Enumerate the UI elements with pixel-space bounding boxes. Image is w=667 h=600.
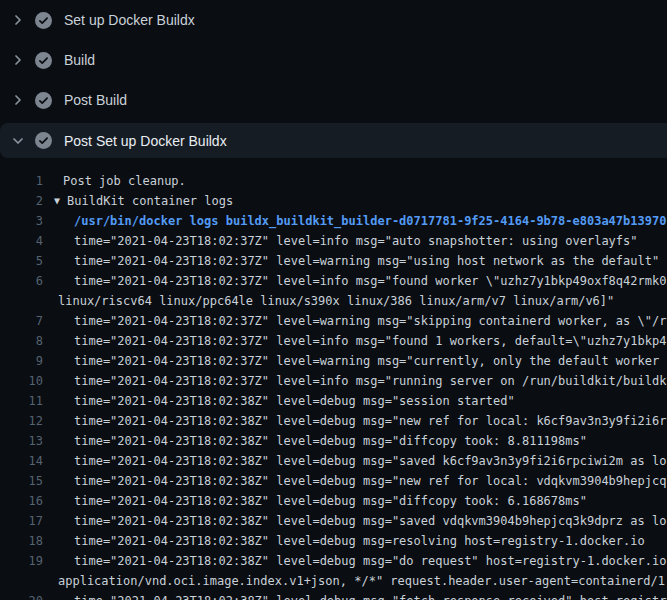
log-line: 7 time="2021-04-23T18:02:37Z" level=warn… xyxy=(0,311,667,331)
log-line-text: time="2021-04-23T18:02:37Z" level=info m… xyxy=(43,271,667,291)
log-line: 18 time="2021-04-23T18:02:38Z" level=deb… xyxy=(0,531,667,551)
group-collapse-icon[interactable]: ▼ xyxy=(54,191,60,211)
log-panel: 1 Post job cleanup. 2 ▼BuildKit containe… xyxy=(0,158,667,600)
log-line-text: time="2021-04-23T18:02:38Z" level=debug … xyxy=(43,551,667,571)
log-line-text: time="2021-04-23T18:02:37Z" level=warnin… xyxy=(43,311,667,331)
log-group-label[interactable]: BuildKit container logs xyxy=(67,191,233,211)
log-line: 8 time="2021-04-23T18:02:37Z" level=info… xyxy=(0,331,667,351)
steps-list: Set up Docker Buildx Build Post Build xyxy=(0,0,667,158)
check-circle-icon xyxy=(35,132,52,149)
step-row-post-set-up-docker-buildx[interactable]: Post Set up Docker Buildx xyxy=(0,123,667,158)
log-line-text: time="2021-04-23T18:02:37Z" level=info m… xyxy=(43,331,667,351)
log-line: 14 time="2021-04-23T18:02:38Z" level=deb… xyxy=(0,451,667,471)
log-line: 4 time="2021-04-23T18:02:37Z" level=info… xyxy=(0,231,667,251)
log-line: 6 time="2021-04-23T18:02:37Z" level=info… xyxy=(0,271,667,291)
check-circle-icon xyxy=(35,52,52,69)
log-line: 12 time="2021-04-23T18:02:38Z" level=deb… xyxy=(0,411,667,431)
log-line: 1 Post job cleanup. xyxy=(0,171,667,191)
log-line: 17 time="2021-04-23T18:02:38Z" level=deb… xyxy=(0,511,667,531)
actions-log-viewer: Set up Docker Buildx Build Post Build xyxy=(0,0,667,600)
chevron-right-icon xyxy=(10,52,26,68)
check-circle-icon xyxy=(35,92,52,109)
log-line-text: time="2021-04-23T18:02:38Z" level=debug … xyxy=(43,451,667,471)
log-line-number[interactable]: 10 xyxy=(0,371,43,391)
log-line-number[interactable]: 9 xyxy=(0,351,43,371)
log-line-text: time="2021-04-23T18:02:38Z" level=debug … xyxy=(43,491,587,511)
log-line-number[interactable]: 19 xyxy=(0,551,43,571)
log-line-number[interactable]: 12 xyxy=(0,411,43,431)
log-line-number[interactable]: 17 xyxy=(0,511,43,531)
step-row-set-up-docker-buildx[interactable]: Set up Docker Buildx xyxy=(0,0,667,40)
log-line-number[interactable]: 5 xyxy=(0,251,43,271)
log-line-number[interactable]: 2 xyxy=(0,191,43,211)
log-line: application/vnd.oci.image.index.v1+json,… xyxy=(0,571,667,591)
log-line-text: application/vnd.oci.image.index.v1+json,… xyxy=(43,571,667,591)
log-line-number[interactable]: 3 xyxy=(0,211,43,231)
log-line-text: Post job cleanup. xyxy=(43,171,186,191)
log-line-number[interactable]: 15 xyxy=(0,471,43,491)
log-line: linux/riscv64 linux/ppc64le linux/s390x … xyxy=(0,291,667,311)
log-line-text: time="2021-04-23T18:02:38Z" level=debug … xyxy=(43,431,587,451)
log-line-number[interactable]: 11 xyxy=(0,391,43,411)
log-line: 20 time="2021-04-23T18:02:38Z" level=deb… xyxy=(0,591,667,600)
log-line-number[interactable]: 6 xyxy=(0,271,43,291)
log-line-number[interactable]: 13 xyxy=(0,431,43,451)
chevron-right-icon xyxy=(10,12,26,28)
step-title: Post Set up Docker Buildx xyxy=(64,133,227,149)
step-title: Set up Docker Buildx xyxy=(64,12,195,28)
log-line-number[interactable]: 18 xyxy=(0,531,43,551)
log-line: 10 time="2021-04-23T18:02:37Z" level=inf… xyxy=(0,371,667,391)
log-line-number[interactable]: 7 xyxy=(0,311,43,331)
log-line-text: time="2021-04-23T18:02:37Z" level=info m… xyxy=(43,231,638,251)
chevron-down-icon xyxy=(10,133,26,149)
step-row-build[interactable]: Build xyxy=(0,40,667,80)
log-line: 2 ▼BuildKit container logs xyxy=(0,191,667,211)
log-line-text: time="2021-04-23T18:02:38Z" level=debug … xyxy=(43,591,667,600)
log-line: 13 time="2021-04-23T18:02:38Z" level=deb… xyxy=(0,431,667,451)
log-line: 19 time="2021-04-23T18:02:38Z" level=deb… xyxy=(0,551,667,571)
log-line: 3 /usr/bin/docker logs buildx_buildkit_b… xyxy=(0,211,667,231)
log-line-number[interactable]: 16 xyxy=(0,491,43,511)
log-line-text: time="2021-04-23T18:02:38Z" level=debug … xyxy=(43,471,667,491)
log-line: 15 time="2021-04-23T18:02:38Z" level=deb… xyxy=(0,471,667,491)
step-title: Build xyxy=(64,52,95,68)
log-line-text: time="2021-04-23T18:02:38Z" level=debug … xyxy=(43,531,645,551)
log-line: 11 time="2021-04-23T18:02:38Z" level=deb… xyxy=(0,391,667,411)
log-line-text: time="2021-04-23T18:02:37Z" level=info m… xyxy=(43,371,667,391)
log-line-text: time="2021-04-23T18:02:37Z" level=warnin… xyxy=(43,351,667,371)
chevron-right-icon xyxy=(10,92,26,108)
log-line-number[interactable]: 20 xyxy=(0,591,43,600)
log-line-number[interactable] xyxy=(0,291,43,311)
log-line: 16 time="2021-04-23T18:02:38Z" level=deb… xyxy=(0,491,667,511)
log-line-text: time="2021-04-23T18:02:37Z" level=warnin… xyxy=(43,251,659,271)
log-line-text: time="2021-04-23T18:02:38Z" level=debug … xyxy=(43,411,667,431)
check-circle-icon xyxy=(35,12,52,29)
log-line-text: time="2021-04-23T18:02:38Z" level=debug … xyxy=(43,511,667,531)
log-line: 5 time="2021-04-23T18:02:37Z" level=warn… xyxy=(0,251,667,271)
log-command-text: /usr/bin/docker logs buildx_buildkit_bui… xyxy=(43,211,666,231)
log-line-number[interactable]: 8 xyxy=(0,331,43,351)
log-line-text: time="2021-04-23T18:02:38Z" level=debug … xyxy=(43,391,515,411)
log-line-text: linux/riscv64 linux/ppc64le linux/s390x … xyxy=(43,291,614,311)
log-line-number[interactable]: 14 xyxy=(0,451,43,471)
log-line-number[interactable]: 4 xyxy=(0,231,43,251)
step-title: Post Build xyxy=(64,92,127,108)
log-line-number[interactable]: 1 xyxy=(0,171,43,191)
log-line-text: ▼BuildKit container logs xyxy=(43,191,233,211)
step-row-post-build[interactable]: Post Build xyxy=(0,80,667,120)
log-line: 9 time="2021-04-23T18:02:37Z" level=warn… xyxy=(0,351,667,371)
log-line-number[interactable] xyxy=(0,571,43,591)
